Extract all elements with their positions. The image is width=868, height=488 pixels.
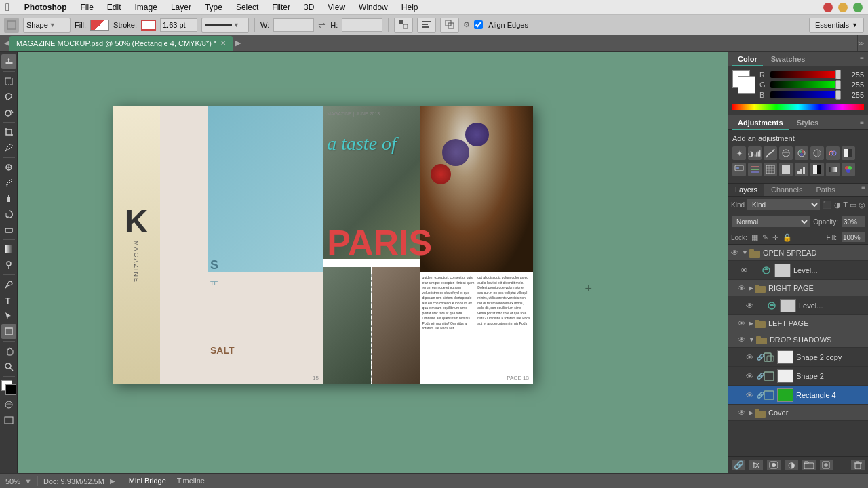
link-layers-btn[interactable]: 🔗 [731, 459, 746, 471]
adjustments-panel-menu-icon[interactable]: ≡ [860, 119, 864, 126]
layer-visibility-icon[interactable]: 👁 [746, 353, 757, 361]
tab-styles[interactable]: Styles [791, 115, 824, 130]
path-operations-btn[interactable] [394, 18, 413, 33]
menu-layer[interactable]: Layer [164, 0, 198, 15]
g-slider-thumb[interactable] [835, 80, 841, 89]
tab-channels[interactable]: Channels [764, 184, 809, 196]
dodge-tool[interactable] [1, 258, 16, 272]
layer-item[interactable]: 👁 ▶ RIGHT PAGE [728, 280, 868, 296]
fill-input[interactable]: 100% [841, 232, 865, 243]
tab-paths[interactable]: Paths [810, 184, 842, 196]
canvas-area[interactable]: K MAGAZINE S TE SALT 15 MAGAZINE | JUNE … [18, 52, 728, 473]
lock-image-icon[interactable]: ✎ [762, 233, 768, 242]
layer-item[interactable]: 👁 🔗 Rectangle 4 [728, 386, 868, 405]
tab-swatches[interactable]: Swatches [766, 52, 811, 66]
history-brush-tool[interactable] [1, 207, 16, 222]
r-slider-thumb[interactable] [835, 70, 841, 79]
layer-visibility-icon[interactable]: 👁 [738, 284, 749, 292]
menu-type[interactable]: Type [198, 0, 229, 15]
layer-visibility-icon[interactable]: 👁 [731, 249, 742, 257]
color-panel-menu-icon[interactable]: ≡ [860, 55, 864, 62]
layer-item[interactable]: 👁 🔗 Shape 2 [728, 367, 868, 386]
screen-mode-toggle[interactable] [1, 413, 16, 428]
menu-select[interactable]: Select [229, 0, 265, 15]
tab-color[interactable]: Color [732, 52, 763, 66]
photo-filter-adj-icon[interactable] [732, 163, 746, 176]
path-selection-tool[interactable] [1, 308, 16, 323]
rectangular-marquee-tool[interactable] [1, 74, 16, 89]
menu-help[interactable]: Help [395, 0, 425, 15]
lock-position-icon[interactable]: ✛ [772, 233, 778, 242]
crop-tool[interactable] [1, 125, 16, 140]
layer-item[interactable]: 👁 ▶ LEFT PAGE [728, 315, 868, 331]
layer-visibility-icon[interactable]: 👁 [738, 319, 749, 327]
layer-visibility-icon[interactable]: 👁 [738, 409, 749, 417]
layer-item[interactable]: 👁 ▶ Cover [728, 405, 868, 421]
type-tool[interactable]: T [1, 293, 16, 308]
b-slider[interactable] [770, 92, 841, 98]
levels-adj-icon[interactable] [748, 146, 762, 160]
lock-all-icon[interactable]: 🔒 [783, 233, 792, 242]
zoom-tool[interactable] [1, 359, 16, 374]
essentials-dropdown[interactable]: Essentials ▼ [809, 18, 864, 33]
height-input[interactable] [342, 18, 382, 32]
fill-color-picker[interactable] [90, 20, 109, 30]
layer-expand-icon[interactable]: ▶ [749, 320, 753, 327]
align-edges-checkbox[interactable] [474, 20, 483, 29]
hand-tool[interactable] [1, 344, 16, 359]
tab-mini-bridge[interactable]: Mini Bridge [127, 476, 167, 485]
fg-bg-colors[interactable] [1, 380, 16, 395]
tabbar-arrow-right[interactable]: ▶ [235, 39, 241, 47]
exposure-adj-icon[interactable] [779, 146, 793, 160]
stroke-color-picker[interactable] [141, 20, 156, 30]
tab-layers[interactable]: Layers [728, 184, 764, 196]
posterize-adj-icon[interactable] [795, 163, 808, 176]
layer-visibility-icon[interactable]: 👁 [746, 372, 757, 380]
background-color-swatch[interactable] [738, 76, 755, 94]
tab-close-btn[interactable]: ✕ [220, 39, 226, 47]
layer-item[interactable]: 👁 Level... [728, 261, 868, 280]
layer-item[interactable]: 👁 🔗 Shape 2 copy [728, 348, 868, 367]
layer-visibility-icon[interactable]: 👁 [746, 391, 757, 399]
layer-visibility-icon[interactable]: 👁 [741, 266, 751, 274]
layer-kind-dropdown[interactable]: Kind [747, 199, 821, 211]
pen-tool[interactable] [1, 277, 16, 292]
selective-color-adj-icon[interactable] [842, 163, 855, 176]
tab-adjustments[interactable]: Adjustments [732, 115, 789, 130]
b-slider-thumb[interactable] [835, 90, 841, 100]
brush-tool[interactable] [1, 176, 16, 190]
color-spectrum-bar[interactable] [732, 104, 864, 110]
layer-expand-icon[interactable]: ▼ [742, 249, 748, 256]
new-group-btn[interactable] [802, 459, 816, 471]
g-slider[interactable] [770, 81, 841, 88]
stroke-width-input[interactable] [160, 18, 197, 32]
gear-icon[interactable]: ⚙ [463, 20, 470, 29]
vibrance-adj-icon[interactable] [795, 146, 808, 160]
clone-stamp-tool[interactable] [1, 191, 16, 206]
menu-file[interactable]: File [74, 0, 100, 15]
menu-edit[interactable]: Edit [100, 0, 128, 15]
color-balance-adj-icon[interactable] [826, 146, 840, 160]
brightness-adj-icon[interactable] [732, 146, 746, 160]
lasso-tool[interactable] [1, 89, 16, 104]
eraser-tool[interactable] [1, 222, 16, 237]
menu-photoshop[interactable]: Photoshop [18, 0, 74, 15]
color-lookup-adj-icon[interactable] [764, 163, 777, 176]
link-dimensions-icon[interactable]: ⇌ [318, 20, 326, 30]
layers-list[interactable]: 👁 ▼ OPEN SPREAD 👁 Level... 👁 ▶ [728, 245, 868, 456]
curves-adj-icon[interactable] [764, 146, 777, 160]
invert-adj-icon[interactable] [779, 163, 793, 176]
add-mask-btn[interactable] [766, 459, 781, 471]
menu-view[interactable]: View [321, 0, 352, 15]
add-layer-style-btn[interactable]: fx [749, 459, 764, 471]
blend-mode-dropdown[interactable]: Normal [731, 216, 810, 228]
tabbar-panel-toggle[interactable]: ≫ [857, 35, 864, 51]
menu-image[interactable]: Image [128, 0, 164, 15]
color-swatch-box[interactable] [732, 70, 755, 94]
filter-shape-icon[interactable]: ▭ [850, 201, 856, 209]
width-input[interactable] [273, 18, 314, 32]
menu-window[interactable]: Window [352, 0, 395, 15]
new-fill-adjustment-btn[interactable]: ◑ [784, 459, 799, 471]
shape-tool[interactable] [1, 324, 16, 339]
filter-smart-icon[interactable]: ◎ [859, 201, 865, 209]
